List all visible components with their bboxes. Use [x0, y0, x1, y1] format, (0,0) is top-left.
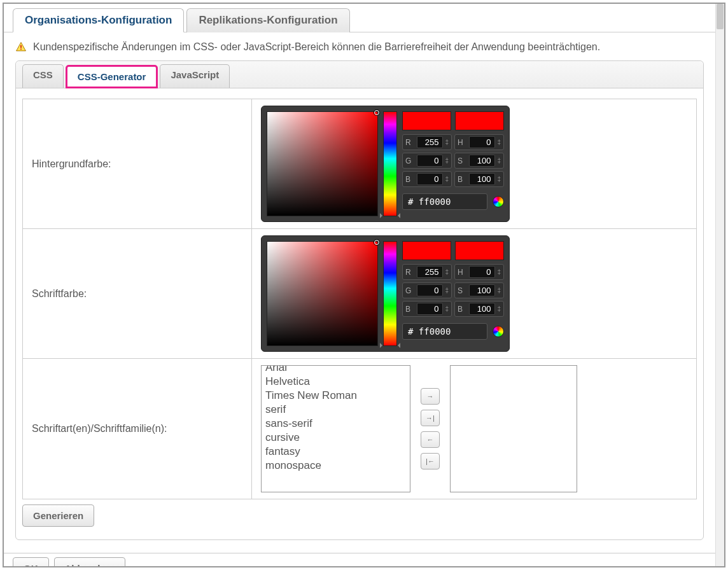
inner-tab-box: CSS CSS-Generator JavaScript Hintergrund… [15, 60, 704, 540]
generate-button[interactable]: Generieren [22, 504, 94, 527]
move-left-button[interactable]: ← [421, 431, 440, 448]
rainbow-icon[interactable] [493, 326, 504, 337]
warning-text: Kundenspezifische Änderungen im CSS- ode… [33, 41, 600, 53]
input-s[interactable]: S100‡ [454, 282, 504, 298]
hex-input[interactable]: # ff0000 [402, 323, 487, 340]
saturation-cursor[interactable] [374, 110, 379, 115]
footer-buttons: OK Abbrechen [4, 553, 715, 567]
hue-strip[interactable] [383, 241, 397, 346]
inner-tabs: CSS CSS-Generator JavaScript [16, 61, 703, 88]
move-right-button[interactable]: → [421, 388, 440, 405]
list-item[interactable]: fantasy [262, 445, 410, 459]
hue-strip[interactable] [383, 111, 397, 216]
list-item[interactable]: sans-serif [262, 417, 410, 431]
input-h[interactable]: H0‡ [454, 264, 504, 280]
input-b[interactable]: B0‡ [402, 301, 452, 317]
label-bgcolor: Hintergrundfarbe: [23, 99, 252, 229]
input-b[interactable]: B0‡ [402, 171, 452, 187]
label-fontcolor: Schriftfarbe: [23, 229, 252, 359]
tab-css-generator[interactable]: CSS-Generator [66, 65, 158, 88]
svg-rect-0 [20, 45, 22, 48]
ok-button[interactable]: OK [13, 557, 49, 567]
input-brightness[interactable]: B100‡ [454, 301, 504, 317]
list-item[interactable]: Helvetica [262, 375, 410, 389]
saturation-area[interactable] [267, 111, 378, 216]
tab-replikation[interactable]: Replikations-Konfiguration [186, 8, 349, 32]
input-g[interactable]: G0‡ [402, 282, 452, 298]
swatch-current [455, 111, 504, 130]
fontcolor-picker[interactable]: R255‡ H0‡ G0‡ S100‡ B0‡ B100‡ [261, 235, 510, 352]
hex-input[interactable]: # ff0000 [402, 193, 487, 210]
swatch-new [402, 241, 451, 260]
input-h[interactable]: H0‡ [454, 134, 504, 150]
swatch-new [402, 111, 451, 130]
top-tabs: Organisations-Konfiguration Replikations… [4, 8, 715, 32]
font-source-list[interactable]: Arial Helvetica Times New Roman serif sa… [261, 365, 410, 492]
list-item[interactable]: Arial [262, 365, 410, 375]
list-item[interactable]: serif [262, 403, 410, 417]
tab-css[interactable]: CSS [22, 64, 64, 88]
font-target-list[interactable] [450, 365, 577, 492]
window-frame: Organisations-Konfiguration Replikations… [3, 3, 725, 567]
list-item[interactable]: cursive [262, 431, 410, 445]
scrollbar-thumb[interactable] [717, 4, 724, 29]
input-g[interactable]: G0‡ [402, 153, 452, 169]
input-r[interactable]: R255‡ [402, 134, 452, 150]
input-r[interactable]: R255‡ [402, 264, 452, 280]
svg-rect-1 [20, 49, 22, 50]
saturation-cursor[interactable] [374, 240, 379, 245]
rainbow-icon[interactable] [493, 196, 504, 207]
tab-javascript[interactable]: JavaScript [160, 64, 230, 88]
cancel-button[interactable]: Abbrechen [54, 557, 125, 567]
warning-row: Kundenspezifische Änderungen im CSS- ode… [15, 41, 704, 53]
move-all-right-button[interactable]: →| [421, 410, 440, 426]
saturation-area[interactable] [267, 241, 378, 346]
swatch-current [455, 241, 504, 260]
label-fontfamily: Schriftart(en)/Schriftfamilie(n): [23, 359, 252, 499]
bgcolor-picker[interactable]: R255‡ H0‡ G0‡ S100‡ B0‡ B100‡ [261, 106, 510, 222]
list-item[interactable]: monospace [262, 459, 410, 473]
form-table: Hintergrundfarbe: [22, 99, 697, 499]
move-all-left-button[interactable]: |← [421, 453, 440, 469]
scrollbar-track[interactable] [715, 4, 724, 566]
tab-organisation[interactable]: Organisations-Konfiguration [13, 8, 184, 32]
input-brightness[interactable]: B100‡ [454, 171, 504, 187]
warning-icon [15, 41, 27, 53]
list-item[interactable]: Times New Roman [262, 389, 410, 403]
input-s[interactable]: S100‡ [454, 153, 504, 169]
